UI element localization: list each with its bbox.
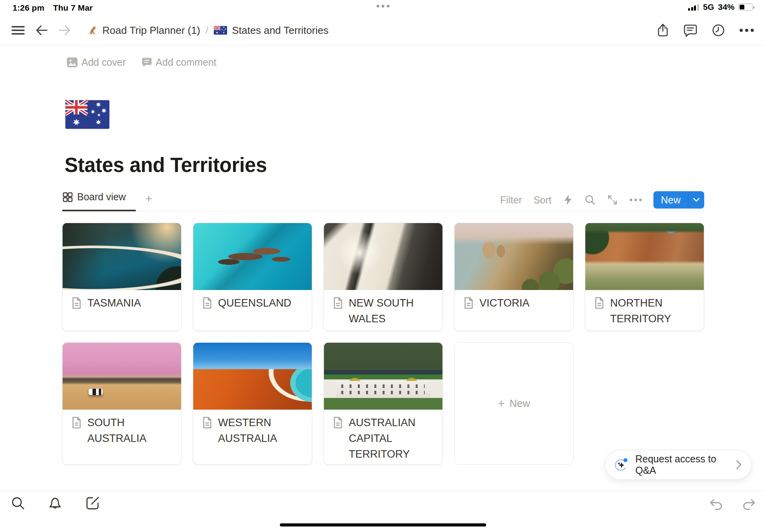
card-cover-image bbox=[585, 223, 704, 290]
card-new-south-wales[interactable]: NEW SOUTH WALES bbox=[324, 223, 443, 331]
page-title[interactable]: States and Territories bbox=[65, 153, 267, 177]
sort-button[interactable]: Sort bbox=[533, 194, 551, 206]
card-victoria[interactable]: VICTORIA bbox=[454, 223, 574, 331]
bottom-bar-divider bbox=[0, 491, 766, 491]
share-icon bbox=[657, 23, 669, 37]
card-cover-image bbox=[63, 343, 181, 410]
toolbar-divider bbox=[0, 45, 766, 45]
add-view-button[interactable]: + bbox=[143, 192, 155, 205]
page-document-icon bbox=[201, 416, 213, 429]
page-document-icon bbox=[70, 297, 82, 309]
more-ellipsis-icon bbox=[739, 28, 754, 32]
forward-button[interactable] bbox=[58, 24, 71, 36]
add-comment-button[interactable]: Add comment bbox=[142, 57, 216, 68]
forward-arrow-icon bbox=[58, 24, 71, 36]
breadcrumb-current-label: States and Territories bbox=[232, 24, 328, 37]
more-options-button[interactable] bbox=[739, 28, 754, 32]
card-northen-territory[interactable]: NORTHEN TERRITORY bbox=[585, 223, 704, 331]
back-button[interactable] bbox=[35, 24, 48, 36]
bell-icon bbox=[48, 496, 62, 511]
chevron-right-icon bbox=[736, 460, 742, 470]
battery-percent: 34% bbox=[718, 2, 735, 12]
card-title: VICTORIA bbox=[479, 295, 529, 311]
card-title: SOUTH AUSTRALIA bbox=[87, 415, 174, 446]
request-access-qa-banner[interactable]: Request access to Q&A bbox=[605, 450, 752, 480]
card-australian-capital-territory[interactable]: AUSTRALIAN CAPITAL TERRITORY bbox=[324, 342, 443, 465]
status-time-date: 1:26 pm Thu 7 Mar bbox=[13, 3, 93, 13]
card-cover-image bbox=[193, 223, 312, 290]
undo-icon bbox=[709, 498, 723, 512]
page-document-icon bbox=[463, 297, 474, 309]
page-icon-australian-flag[interactable] bbox=[65, 99, 109, 130]
search-icon bbox=[585, 194, 596, 205]
filter-button[interactable]: Filter bbox=[500, 194, 522, 206]
add-comment-label: Add comment bbox=[156, 57, 216, 68]
breadcrumb-current[interactable]: States and Territories bbox=[214, 24, 328, 37]
top-toolbar: Road Trip Planner (1) / bbox=[0, 16, 766, 45]
new-dropdown-button[interactable] bbox=[688, 191, 704, 209]
kangaroo-icon bbox=[86, 24, 98, 36]
history-clock-icon bbox=[712, 24, 725, 37]
expand-view-button[interactable] bbox=[607, 194, 618, 205]
tab-board-view-label: Board view bbox=[77, 191, 126, 203]
card-tasmania[interactable]: TASMANIA bbox=[62, 223, 181, 331]
new-card-button[interactable]: + New bbox=[454, 342, 574, 465]
status-time: 1:26 pm bbox=[13, 3, 44, 13]
board-row-2: SOUTH AUSTRALIA WESTERN AUSTRALIA AUSTRA… bbox=[62, 342, 574, 465]
back-arrow-icon bbox=[35, 24, 48, 36]
board-grid-icon bbox=[62, 192, 73, 203]
history-button[interactable] bbox=[712, 24, 725, 37]
breadcrumb-separator: / bbox=[206, 25, 209, 36]
multitasking-dots[interactable] bbox=[377, 5, 390, 7]
sidebar-menu-button[interactable] bbox=[11, 24, 25, 36]
global-search-button[interactable] bbox=[11, 496, 25, 510]
status-date: Thu 7 Mar bbox=[53, 3, 93, 13]
card-title: NEW SOUTH WALES bbox=[349, 295, 435, 327]
comment-bubble-icon bbox=[683, 23, 698, 37]
card-western-australia[interactable]: WESTERN AUSTRALIA bbox=[193, 342, 312, 465]
page-document-icon bbox=[201, 297, 213, 309]
australian-flag-icon bbox=[214, 26, 227, 35]
page-actions: Add cover Add comment bbox=[67, 57, 216, 68]
sparkle-qa-icon bbox=[613, 457, 629, 473]
more-ellipsis-icon bbox=[629, 198, 642, 201]
tab-board-view[interactable]: Board view bbox=[62, 191, 126, 208]
notifications-button[interactable] bbox=[48, 496, 62, 511]
comments-button[interactable] bbox=[683, 23, 698, 37]
breadcrumb-root[interactable]: Road Trip Planner (1) bbox=[86, 24, 200, 37]
undo-button[interactable] bbox=[709, 498, 723, 512]
status-bar: 1:26 pm Thu 7 Mar 5G 34% bbox=[0, 0, 766, 16]
card-cover-image bbox=[455, 223, 573, 290]
network-type: 5G bbox=[703, 2, 714, 12]
card-cover-image bbox=[324, 223, 442, 290]
chevron-down-icon bbox=[693, 198, 700, 202]
redo-button[interactable] bbox=[742, 498, 756, 512]
card-title: NORTHEN TERRITORY bbox=[610, 295, 697, 327]
card-cover-image bbox=[324, 343, 442, 410]
image-icon bbox=[67, 57, 78, 67]
view-more-button[interactable] bbox=[629, 198, 642, 201]
card-south-australia[interactable]: SOUTH AUSTRALIA bbox=[62, 342, 181, 465]
redo-icon bbox=[742, 498, 756, 512]
request-access-qa-label: Request access to Q&A bbox=[635, 453, 729, 476]
add-cover-label: Add cover bbox=[81, 57, 126, 68]
card-queensland[interactable]: QUEENSLAND bbox=[193, 223, 312, 331]
battery-icon bbox=[738, 3, 755, 11]
add-cover-button[interactable]: Add cover bbox=[67, 57, 126, 68]
board-row-1: TASMANIA QUEENSLAND NEW SOUTH WALES bbox=[62, 223, 704, 331]
compose-icon bbox=[85, 496, 100, 511]
home-indicator[interactable] bbox=[280, 523, 486, 526]
card-cover-image bbox=[63, 223, 181, 290]
comment-bubble-icon bbox=[142, 57, 152, 67]
automations-button[interactable] bbox=[563, 194, 573, 206]
plus-icon: + bbox=[498, 397, 505, 410]
search-view-button[interactable] bbox=[585, 194, 596, 205]
lightning-icon bbox=[563, 194, 573, 206]
view-bar: Board view + Filter Sort bbox=[62, 189, 704, 211]
card-cover-image bbox=[193, 343, 312, 410]
card-title: TASMANIA bbox=[87, 295, 141, 311]
active-tab-underline bbox=[62, 210, 136, 211]
compose-button[interactable] bbox=[85, 496, 100, 511]
share-button[interactable] bbox=[657, 23, 669, 37]
new-button[interactable]: New bbox=[653, 191, 688, 209]
